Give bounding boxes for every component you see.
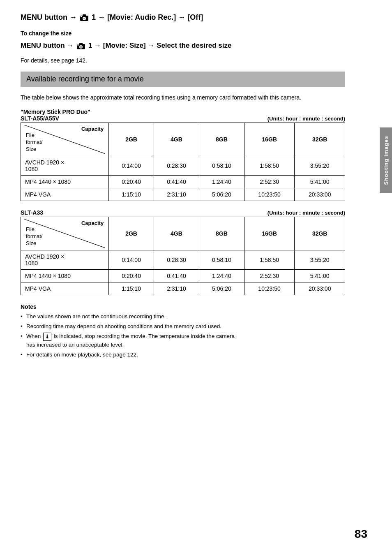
table2-col-2gb: 2GB <box>109 217 154 250</box>
main-heading-2: MENU button → 1 → [Movie: Size] → Select… <box>21 41 345 51</box>
table1-row1-2gb: 0:14:00 <box>109 156 154 175</box>
table1-row2-4gb: 0:41:40 <box>154 175 199 188</box>
table1-model: "Memory Stick PRO Duo"SLT-A55/A55V <box>21 109 90 122</box>
notes-item-1: The values shown are not the continuous … <box>21 312 345 321</box>
table2-col-32gb: 32GB <box>295 217 345 250</box>
table2-row1-16gb: 1:58:50 <box>244 250 295 269</box>
table1-row2-16gb: 2:52:30 <box>244 175 295 188</box>
svg-rect-4 <box>81 16 82 17</box>
side-tab-text: Shooting images <box>383 136 389 185</box>
heading1-rest: 1 → [Movie: Audio Rec.] → [Off] <box>92 13 203 21</box>
file-format-label: Fileformat/Size <box>26 132 42 153</box>
sub-heading: To change the size <box>21 30 345 37</box>
table1-corner-header: Capacity Fileformat/Size <box>21 123 109 156</box>
camera-icon-2 <box>76 42 85 50</box>
temp-icon: 🌡 <box>43 333 51 341</box>
table-row: MP4 1440 × 1080 0:20:40 0:41:40 1:24:40 … <box>21 269 345 282</box>
table1-units: (Units: hour : minute : second) <box>267 116 345 122</box>
page-number: 83 <box>355 528 367 541</box>
table1-section: "Memory Stick PRO Duo"SLT-A55/A55V (Unit… <box>21 109 345 201</box>
table2-row3-label: MP4 VGA <box>21 282 109 295</box>
table2: Capacity Fileformat/Size 2GB 4GB 8GB 16G… <box>21 217 345 295</box>
svg-rect-9 <box>77 44 79 46</box>
table1-col-32gb: 32GB <box>295 123 345 156</box>
camera-icon-1 <box>80 14 89 21</box>
table-row: MP4 VGA 1:15:10 2:31:10 5:06:20 10:23:50… <box>21 188 345 201</box>
table2-model: SLT-A33 <box>21 209 43 216</box>
capacity-label-2: Capacity <box>81 220 104 226</box>
table2-section: SLT-A33 (Units: hour : minute : second) … <box>21 209 345 295</box>
notes-item-3: When 🌡 is indicated, stop recording the … <box>21 332 345 349</box>
table1-col-16gb: 16GB <box>244 123 295 156</box>
table1-row3-32gb: 20:33:00 <box>295 188 345 201</box>
table2-row1-32gb: 3:55:20 <box>295 250 345 269</box>
table2-row2-2gb: 0:20:40 <box>109 269 154 282</box>
table1-col-2gb: 2GB <box>109 123 154 156</box>
table2-row1-2gb: 0:14:00 <box>109 250 154 269</box>
table2-row2-label: MP4 1440 × 1080 <box>21 269 109 282</box>
table2-row2-4gb: 0:41:40 <box>154 269 199 282</box>
table2-row2-8gb: 1:24:40 <box>199 269 244 282</box>
table1-row2-label: MP4 1440 × 1080 <box>21 175 109 188</box>
table2-header-row: SLT-A33 (Units: hour : minute : second) <box>21 209 345 216</box>
svg-point-8 <box>80 46 82 48</box>
table1-row1-8gb: 0:58:10 <box>199 156 244 175</box>
table1-row2-8gb: 1:24:40 <box>199 175 244 188</box>
table1-row2-2gb: 0:20:40 <box>109 175 154 188</box>
notes-title: Notes <box>21 303 345 310</box>
table1-row1-4gb: 0:28:30 <box>154 156 199 175</box>
table2-row1-8gb: 0:58:10 <box>199 250 244 269</box>
table1-row1-16gb: 1:58:50 <box>244 156 295 175</box>
table2-row3-4gb: 2:31:10 <box>154 282 199 295</box>
table2-row2-16gb: 2:52:30 <box>244 269 295 282</box>
notes-item-4: For details on movie playback, see page … <box>21 351 345 359</box>
table2-col-8gb: 8GB <box>199 217 244 250</box>
table-row: AVCHD 1920 ×1080 0:14:00 0:28:30 0:58:10… <box>21 156 345 175</box>
table2-row3-32gb: 20:33:00 <box>295 282 345 295</box>
table-row: MP4 VGA 1:15:10 2:31:10 5:06:20 10:23:50… <box>21 282 345 295</box>
table1: Capacity Fileformat/Size 2GB 4GB 8GB 16G… <box>21 123 345 201</box>
table2-col-16gb: 16GB <box>244 217 295 250</box>
table1-row3-4gb: 2:31:10 <box>154 188 199 201</box>
table-row: MP4 1440 × 1080 0:20:40 0:41:40 1:24:40 … <box>21 175 345 188</box>
section-banner: Available recording time for a movie <box>21 72 345 87</box>
table1-row1-32gb: 3:55:20 <box>295 156 345 175</box>
capacity-label: Capacity <box>81 126 104 132</box>
table1-col-4gb: 4GB <box>154 123 199 156</box>
detail-text: For details, see page 142. <box>21 56 345 65</box>
notes-list: The values shown are not the continuous … <box>21 312 345 359</box>
notes-section: Notes The values shown are not the conti… <box>21 303 345 359</box>
table2-row3-8gb: 5:06:20 <box>199 282 244 295</box>
heading1-text: MENU button → <box>21 13 79 21</box>
table2-row3-16gb: 10:23:50 <box>244 282 295 295</box>
table1-row3-label: MP4 VGA <box>21 188 109 201</box>
svg-rect-6 <box>79 43 83 45</box>
svg-point-3 <box>83 18 85 20</box>
table1-row1-label: AVCHD 1920 ×1080 <box>21 156 109 175</box>
table1-header-row: "Memory Stick PRO Duo"SLT-A55/A55V (Unit… <box>21 109 345 122</box>
table1-col-8gb: 8GB <box>199 123 244 156</box>
table1-row2-32gb: 5:41:00 <box>295 175 345 188</box>
notes-item-2: Recording time may depend on shooting co… <box>21 322 345 331</box>
heading2-text-start: MENU button → <box>21 42 76 49</box>
table2-row2-32gb: 5:41:00 <box>295 269 345 282</box>
intro-text: The table below shows the approximate to… <box>21 93 345 102</box>
table2-units: (Units: hour : minute : second) <box>267 210 345 216</box>
table1-row3-16gb: 10:23:50 <box>244 188 295 201</box>
table2-corner-header: Capacity Fileformat/Size <box>21 217 109 250</box>
file-format-label-2: Fileformat/Size <box>26 226 42 247</box>
table2-col-4gb: 4GB <box>154 217 199 250</box>
table2-row1-4gb: 0:28:30 <box>154 250 199 269</box>
table1-row3-8gb: 5:06:20 <box>199 188 244 201</box>
side-tab: Shooting images <box>380 127 392 193</box>
table1-row3-2gb: 1:15:10 <box>109 188 154 201</box>
table2-row3-2gb: 1:15:10 <box>109 282 154 295</box>
svg-rect-1 <box>83 14 86 16</box>
heading2-text-rest: 1 → [Movie: Size] → Select the desired s… <box>88 42 232 49</box>
table-row: AVCHD 1920 ×1080 0:14:00 0:28:30 0:58:10… <box>21 250 345 269</box>
table2-row1-label: AVCHD 1920 ×1080 <box>21 250 109 269</box>
main-heading-1: MENU button → 1 → [Movie: Audio Rec.] → … <box>21 12 345 23</box>
